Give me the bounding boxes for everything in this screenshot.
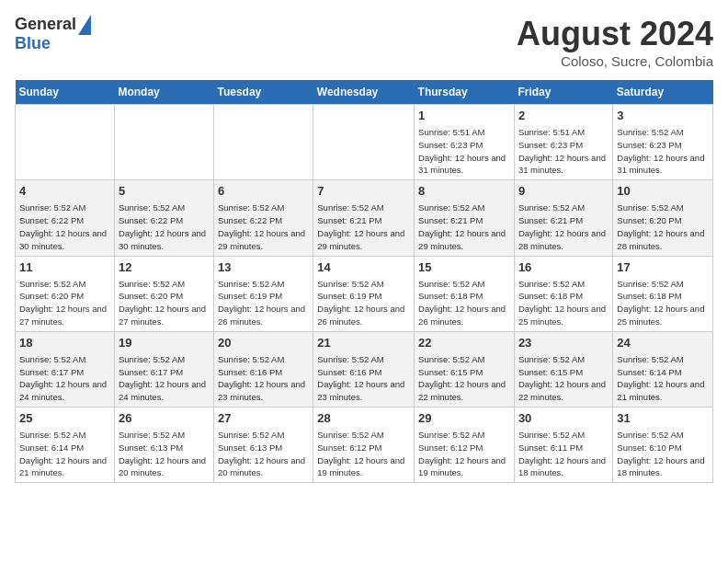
calendar-day-cell: 9Sunrise: 5:52 AM Sunset: 6:21 PM Daylig… [514, 180, 612, 256]
day-number: 18 [19, 335, 110, 351]
day-info: Sunrise: 5:52 AM Sunset: 6:14 PM Dayligh… [19, 429, 110, 479]
day-number: 23 [518, 335, 609, 351]
day-number: 9 [518, 183, 609, 200]
day-number: 19 [119, 335, 210, 351]
day-number: 12 [119, 259, 210, 276]
calendar-day-cell [214, 105, 313, 180]
day-info: Sunrise: 5:52 AM Sunset: 6:13 PM Dayligh… [218, 429, 309, 479]
calendar-day-cell: 12Sunrise: 5:52 AM Sunset: 6:20 PM Dayli… [114, 256, 213, 331]
calendar-day-cell: 14Sunrise: 5:52 AM Sunset: 6:19 PM Dayli… [313, 256, 415, 331]
day-info: Sunrise: 5:52 AM Sunset: 6:21 PM Dayligh… [317, 201, 410, 252]
calendar-day-cell: 8Sunrise: 5:52 AM Sunset: 6:21 PM Daylig… [415, 180, 515, 256]
calendar-day-cell: 21Sunrise: 5:52 AM Sunset: 6:16 PM Dayli… [313, 331, 415, 407]
day-info: Sunrise: 5:52 AM Sunset: 6:14 PM Dayligh… [617, 353, 709, 404]
day-number: 27 [218, 410, 309, 427]
day-number: 6 [218, 183, 309, 200]
day-info: Sunrise: 5:52 AM Sunset: 6:12 PM Dayligh… [317, 429, 410, 479]
calendar-day-cell: 17Sunrise: 5:52 AM Sunset: 6:18 PM Dayli… [613, 256, 713, 331]
day-number: 15 [418, 259, 510, 276]
calendar-day-cell: 30Sunrise: 5:52 AM Sunset: 6:11 PM Dayli… [514, 408, 612, 483]
calendar-day-cell: 20Sunrise: 5:52 AM Sunset: 6:16 PM Dayli… [214, 331, 313, 407]
day-number: 5 [119, 183, 210, 200]
day-info: Sunrise: 5:52 AM Sunset: 6:18 PM Dayligh… [617, 278, 709, 328]
day-info: Sunrise: 5:51 AM Sunset: 6:23 PM Dayligh… [418, 126, 510, 177]
calendar-day-cell: 10Sunrise: 5:52 AM Sunset: 6:20 PM Dayli… [613, 180, 713, 256]
day-number: 22 [418, 335, 510, 351]
day-info: Sunrise: 5:51 AM Sunset: 6:23 PM Dayligh… [518, 126, 609, 177]
day-info: Sunrise: 5:52 AM Sunset: 6:20 PM Dayligh… [617, 201, 709, 252]
calendar-day-cell: 7Sunrise: 5:52 AM Sunset: 6:21 PM Daylig… [313, 180, 415, 256]
day-info: Sunrise: 5:52 AM Sunset: 6:19 PM Dayligh… [317, 278, 410, 328]
day-info: Sunrise: 5:52 AM Sunset: 6:22 PM Dayligh… [19, 201, 110, 252]
calendar-table: SundayMondayTuesdayWednesdayThursdayFrid… [15, 80, 713, 483]
day-info: Sunrise: 5:52 AM Sunset: 6:20 PM Dayligh… [119, 278, 210, 328]
day-info: Sunrise: 5:52 AM Sunset: 6:12 PM Dayligh… [418, 429, 510, 479]
calendar-day-cell: 16Sunrise: 5:52 AM Sunset: 6:18 PM Dayli… [514, 256, 612, 331]
day-number: 17 [617, 259, 709, 276]
location-subtitle: Coloso, Sucre, Colombia [517, 53, 713, 69]
calendar-day-cell: 5Sunrise: 5:52 AM Sunset: 6:22 PM Daylig… [114, 180, 213, 256]
calendar-day-cell: 15Sunrise: 5:52 AM Sunset: 6:18 PM Dayli… [415, 256, 515, 331]
calendar-day-cell: 4Sunrise: 5:52 AM Sunset: 6:22 PM Daylig… [16, 180, 115, 256]
calendar-day-cell: 18Sunrise: 5:52 AM Sunset: 6:17 PM Dayli… [16, 331, 115, 407]
day-number: 14 [317, 259, 410, 276]
day-of-week-header: Friday [514, 80, 612, 105]
day-info: Sunrise: 5:52 AM Sunset: 6:18 PM Dayligh… [418, 278, 510, 328]
day-info: Sunrise: 5:52 AM Sunset: 6:11 PM Dayligh… [518, 429, 609, 479]
logo-triangle-icon [78, 15, 91, 35]
calendar-day-cell: 23Sunrise: 5:52 AM Sunset: 6:15 PM Dayli… [514, 331, 612, 407]
calendar-week-row: 18Sunrise: 5:52 AM Sunset: 6:17 PM Dayli… [16, 331, 713, 407]
calendar-day-cell: 31Sunrise: 5:52 AM Sunset: 6:10 PM Dayli… [613, 408, 713, 483]
day-info: Sunrise: 5:52 AM Sunset: 6:17 PM Dayligh… [19, 353, 110, 404]
page-header: General Blue August 2024 Coloso, Sucre, … [15, 15, 713, 69]
day-number: 4 [19, 183, 110, 200]
calendar-header-row: SundayMondayTuesdayWednesdayThursdayFrid… [16, 80, 713, 105]
title-section: August 2024 Coloso, Sucre, Colombia [517, 15, 713, 69]
calendar-day-cell: 3Sunrise: 5:52 AM Sunset: 6:23 PM Daylig… [613, 105, 713, 180]
calendar-week-row: 1Sunrise: 5:51 AM Sunset: 6:23 PM Daylig… [16, 105, 713, 180]
day-info: Sunrise: 5:52 AM Sunset: 6:10 PM Dayligh… [617, 429, 709, 479]
calendar-day-cell: 11Sunrise: 5:52 AM Sunset: 6:20 PM Dayli… [16, 256, 115, 331]
day-number: 28 [317, 410, 410, 427]
calendar-week-row: 25Sunrise: 5:52 AM Sunset: 6:14 PM Dayli… [16, 408, 713, 483]
day-number: 20 [218, 335, 309, 351]
day-number: 29 [418, 410, 510, 427]
calendar-day-cell [114, 105, 213, 180]
day-of-week-header: Sunday [16, 80, 115, 105]
day-number: 21 [317, 335, 410, 351]
day-number: 1 [418, 108, 510, 124]
calendar-day-cell: 24Sunrise: 5:52 AM Sunset: 6:14 PM Dayli… [613, 331, 713, 407]
day-info: Sunrise: 5:52 AM Sunset: 6:13 PM Dayligh… [119, 429, 210, 479]
day-number: 8 [418, 183, 510, 200]
day-number: 26 [119, 410, 210, 427]
day-info: Sunrise: 5:52 AM Sunset: 6:16 PM Dayligh… [317, 353, 410, 404]
day-info: Sunrise: 5:52 AM Sunset: 6:21 PM Dayligh… [418, 201, 510, 252]
day-info: Sunrise: 5:52 AM Sunset: 6:17 PM Dayligh… [119, 353, 210, 404]
calendar-day-cell: 22Sunrise: 5:52 AM Sunset: 6:15 PM Dayli… [415, 331, 515, 407]
calendar-day-cell: 26Sunrise: 5:52 AM Sunset: 6:13 PM Dayli… [114, 408, 213, 483]
logo-general-text: General [15, 16, 76, 34]
day-of-week-header: Wednesday [313, 80, 415, 105]
day-of-week-header: Monday [114, 80, 213, 105]
day-number: 11 [19, 259, 110, 276]
day-of-week-header: Saturday [613, 80, 713, 105]
day-info: Sunrise: 5:52 AM Sunset: 6:22 PM Dayligh… [119, 201, 210, 252]
calendar-week-row: 11Sunrise: 5:52 AM Sunset: 6:20 PM Dayli… [16, 256, 713, 331]
day-number: 7 [317, 183, 410, 200]
day-info: Sunrise: 5:52 AM Sunset: 6:22 PM Dayligh… [218, 201, 309, 252]
day-info: Sunrise: 5:52 AM Sunset: 6:20 PM Dayligh… [19, 278, 110, 328]
day-number: 16 [518, 259, 609, 276]
calendar-day-cell [313, 105, 415, 180]
day-number: 30 [518, 410, 609, 427]
day-info: Sunrise: 5:52 AM Sunset: 6:15 PM Dayligh… [418, 353, 510, 404]
calendar-day-cell: 27Sunrise: 5:52 AM Sunset: 6:13 PM Dayli… [214, 408, 313, 483]
calendar-day-cell: 29Sunrise: 5:52 AM Sunset: 6:12 PM Dayli… [415, 408, 515, 483]
calendar-day-cell: 13Sunrise: 5:52 AM Sunset: 6:19 PM Dayli… [214, 256, 313, 331]
day-number: 3 [617, 108, 709, 124]
day-number: 24 [617, 335, 709, 351]
day-info: Sunrise: 5:52 AM Sunset: 6:16 PM Dayligh… [218, 353, 309, 404]
calendar-day-cell: 25Sunrise: 5:52 AM Sunset: 6:14 PM Dayli… [16, 408, 115, 483]
day-number: 13 [218, 259, 309, 276]
calendar-day-cell: 28Sunrise: 5:52 AM Sunset: 6:12 PM Dayli… [313, 408, 415, 483]
day-info: Sunrise: 5:52 AM Sunset: 6:18 PM Dayligh… [518, 278, 609, 328]
